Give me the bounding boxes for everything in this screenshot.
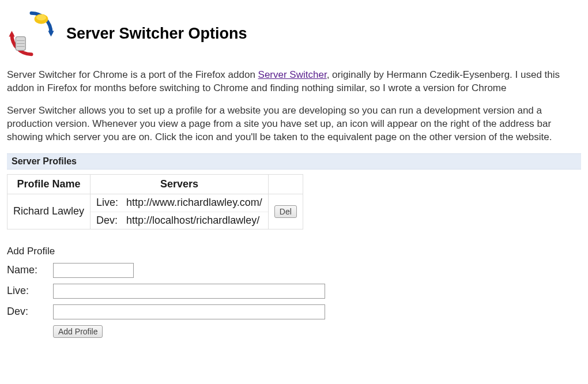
col-actions	[268, 174, 303, 194]
add-profile-heading: Add Profile	[7, 246, 581, 257]
intro-paragraph-2: Server Switcher allows you to set up a p…	[7, 104, 581, 144]
live-input[interactable]	[53, 284, 325, 299]
name-label: Name:	[7, 264, 53, 276]
dev-url: http://localhost/richardlawley/	[126, 214, 262, 227]
app-logo-icon	[7, 9, 56, 58]
table-row: Richard Lawley Live: http://www.richardl…	[7, 194, 303, 229]
profiles-table: Profile Name Servers Richard Lawley Live…	[7, 174, 303, 229]
delete-button[interactable]: Del	[274, 205, 297, 218]
svg-point-3	[36, 14, 46, 20]
live-input-label: Live:	[7, 285, 53, 297]
live-label: Live:	[96, 197, 126, 209]
svg-marker-1	[9, 31, 14, 36]
dev-input[interactable]	[53, 304, 325, 319]
add-profile-button[interactable]: Add Profile	[53, 325, 103, 338]
server-profiles-heading: Server Profiles	[7, 153, 581, 170]
intro-paragraph-1: Server Switcher for Chrome is a port of …	[7, 69, 581, 95]
svg-marker-0	[48, 31, 54, 36]
intro-text: Server Switcher for Chrome is a port of …	[7, 69, 258, 80]
col-profile-name: Profile Name	[7, 174, 91, 194]
page-title: Server Switcher Options	[66, 25, 247, 43]
page-header: Server Switcher Options	[7, 9, 581, 58]
actions-cell: Del	[268, 194, 303, 229]
col-servers: Servers	[91, 174, 269, 194]
live-url: http://www.richardlawley.com/	[126, 197, 262, 209]
name-input[interactable]	[53, 263, 134, 278]
server-switcher-link[interactable]: Server Switcher	[258, 69, 327, 80]
dev-input-label: Dev:	[7, 306, 53, 318]
dev-label: Dev:	[96, 214, 126, 227]
profile-name-cell: Richard Lawley	[7, 194, 91, 229]
